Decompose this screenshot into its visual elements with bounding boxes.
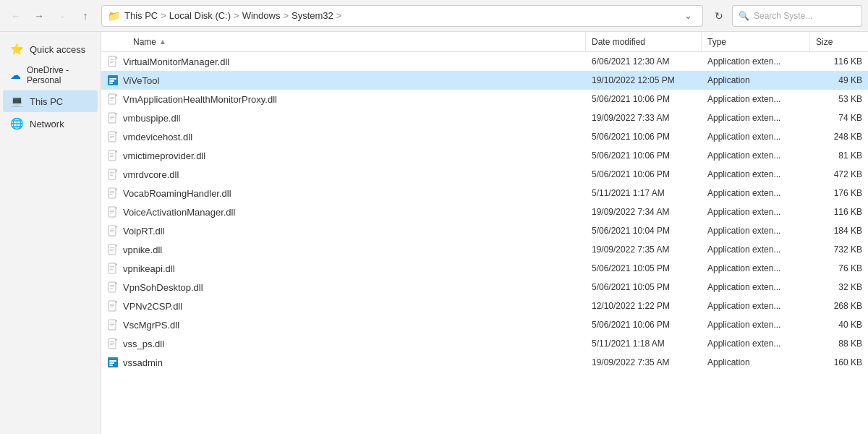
cell-type: Application exten... xyxy=(702,207,810,217)
cell-date: 5/06/2021 10:06 PM xyxy=(586,94,702,104)
svg-rect-10 xyxy=(109,82,113,84)
table-row[interactable]: vpnike.dll 19/09/2022 7:35 AM Applicatio… xyxy=(101,240,868,259)
cell-size: 53 KB xyxy=(810,94,868,104)
dropdown-button[interactable]: ⌄ xyxy=(52,6,72,26)
table-row[interactable]: ViVeTool 19/10/2022 12:05 PM Application… xyxy=(101,71,868,90)
refresh-button[interactable]: ↻ xyxy=(709,6,729,26)
cloud-icon: ☁ xyxy=(10,69,21,82)
sort-arrow-icon: ▲ xyxy=(159,38,166,46)
cell-type: Application exten... xyxy=(702,320,810,330)
sidebar-item-network[interactable]: 🌐 Network xyxy=(3,113,98,135)
cell-type: Application exten... xyxy=(702,263,810,273)
col-name-header[interactable]: Name ▲ xyxy=(101,32,586,51)
svg-rect-108 xyxy=(110,344,113,345)
cell-name: VirtualMonitorManager.dll xyxy=(101,56,586,67)
dll-icon xyxy=(107,131,119,142)
cell-size: 49 KB xyxy=(810,75,868,85)
breadcrumb-windows[interactable]: Windows xyxy=(242,10,281,21)
table-row[interactable]: vmdevicehost.dll 5/06/2021 10:06 PM Appl… xyxy=(101,127,868,146)
table-row[interactable]: VirtualMonitorManager.dll 6/06/2021 12:3… xyxy=(101,52,868,71)
svg-rect-16 xyxy=(110,98,114,99)
breadcrumb-dropdown-button[interactable]: ⌄ xyxy=(679,6,697,26)
svg-rect-24 xyxy=(110,119,113,119)
dll-icon xyxy=(107,93,119,105)
sidebar-item-this-pc[interactable]: 💻 This PC xyxy=(3,90,98,112)
cell-size: 248 KB xyxy=(810,132,868,142)
table-row[interactable]: VocabRoamingHandler.dll 5/11/2021 1:17 A… xyxy=(101,184,868,203)
file-name: vmrdvcore.dll xyxy=(123,169,179,180)
cell-type: Application xyxy=(702,75,810,85)
svg-rect-52 xyxy=(110,194,113,195)
table-row[interactable]: VPNv2CSP.dll 12/10/2022 1:22 PM Applicat… xyxy=(101,297,868,315)
svg-rect-72 xyxy=(110,249,114,250)
forward-button[interactable]: → xyxy=(29,6,49,26)
table-row[interactable]: VscMgrPS.dll 5/06/2021 10:06 PM Applicat… xyxy=(101,315,868,334)
svg-rect-110 xyxy=(109,360,116,362)
cell-size: 81 KB xyxy=(810,150,868,161)
svg-rect-15 xyxy=(110,97,114,98)
main-area: ⭐ Quick access ☁ OneDrive - Personal 💻 T… xyxy=(0,32,868,434)
file-name: VirtualMonitorManager.dll xyxy=(123,56,229,67)
breadcrumb-bar[interactable]: 📁 This PC > Local Disk (C:) > Windows > … xyxy=(101,5,703,27)
svg-rect-86 xyxy=(110,286,114,287)
table-row[interactable]: VoipRT.dll 5/06/2021 10:04 PM Applicatio… xyxy=(101,221,868,240)
cell-name: VoipRT.dll xyxy=(101,225,586,237)
file-name: vssadmin xyxy=(123,357,163,368)
cell-size: 116 KB xyxy=(810,207,868,217)
table-row[interactable]: vss_ps.dll 5/11/2021 1:18 AM Application… xyxy=(101,334,868,353)
file-name: VPNv2CSP.dll xyxy=(123,301,182,312)
cell-date: 19/09/2022 7:34 AM xyxy=(586,207,702,217)
breadcrumb-parts: This PC > Local Disk (C:) > Windows > Sy… xyxy=(124,10,343,21)
table-row[interactable]: VmApplicationHealthMonitorProxy.dll 5/06… xyxy=(101,90,868,109)
sidebar-label-this-pc: This PC xyxy=(30,96,63,107)
sidebar-item-quick-access[interactable]: ⭐ Quick access xyxy=(3,38,98,60)
breadcrumb-local-disk[interactable]: Local Disk (C:) xyxy=(169,10,231,21)
back-button[interactable]: ← xyxy=(6,6,26,26)
col-date-label: Date modified xyxy=(592,37,645,47)
dll-icon xyxy=(107,300,119,312)
file-name: vmictimeprovider.dll xyxy=(123,150,205,161)
dll-icon xyxy=(107,281,119,293)
breadcrumb-system32[interactable]: System32 xyxy=(292,10,333,21)
cell-type: Application xyxy=(702,357,810,367)
sidebar-label-quick-access: Quick access xyxy=(30,44,85,55)
col-size-header[interactable]: Size xyxy=(810,32,868,51)
file-name: vpnikeapi.dll xyxy=(123,263,175,274)
cell-date: 5/11/2021 1:17 AM xyxy=(586,188,702,198)
file-name: vpnike.dll xyxy=(123,244,162,255)
svg-rect-8 xyxy=(109,78,116,80)
svg-rect-107 xyxy=(110,343,114,344)
svg-rect-50 xyxy=(110,191,114,192)
search-box[interactable]: 🔍 Search Syste... xyxy=(732,5,862,27)
table-row[interactable]: vmrdvcore.dll 5/06/2021 10:06 PM Applica… xyxy=(101,165,868,184)
svg-rect-99 xyxy=(110,323,114,323)
file-pane: Name ▲ Date modified Type Size VirtualMo… xyxy=(101,32,868,434)
cell-type: Application exten... xyxy=(702,226,810,236)
table-row[interactable]: vmbuspipe.dll 19/09/2022 7:33 AM Applica… xyxy=(101,109,868,127)
file-name: vss_ps.dll xyxy=(123,339,164,349)
svg-rect-58 xyxy=(110,211,114,212)
svg-rect-71 xyxy=(110,247,114,248)
col-type-header[interactable]: Type xyxy=(702,32,810,51)
svg-rect-78 xyxy=(110,266,114,267)
svg-rect-6 xyxy=(110,62,113,63)
cell-date: 5/06/2021 10:06 PM xyxy=(586,320,702,330)
breadcrumb-sep-3: > xyxy=(283,10,289,21)
table-row[interactable]: vmictimeprovider.dll 5/06/2021 10:06 PM … xyxy=(101,146,868,165)
dll-icon xyxy=(107,169,119,180)
dll-icon xyxy=(107,263,119,274)
sidebar-item-onedrive[interactable]: ☁ OneDrive - Personal xyxy=(3,61,98,90)
svg-rect-85 xyxy=(110,285,114,286)
table-row[interactable]: VoiceActivationManager.dll 19/09/2022 7:… xyxy=(101,203,868,221)
table-row[interactable]: vssadmin 19/09/2022 7:35 AM Application … xyxy=(101,353,868,372)
col-date-header[interactable]: Date modified xyxy=(586,32,702,51)
breadcrumb-this-pc[interactable]: This PC xyxy=(124,10,158,21)
table-row[interactable]: VpnSohDesktop.dll 5/06/2021 10:05 PM App… xyxy=(101,278,868,297)
cell-size: 74 KB xyxy=(810,113,868,123)
cell-type: Application exten... xyxy=(702,282,810,292)
cell-name: VmApplicationHealthMonitorProxy.dll xyxy=(101,93,586,105)
dll-icon xyxy=(107,150,119,161)
cell-size: 732 KB xyxy=(810,244,868,255)
table-row[interactable]: vpnikeapi.dll 5/06/2021 10:05 PM Applica… xyxy=(101,259,868,278)
up-button[interactable]: ↑ xyxy=(75,6,95,26)
